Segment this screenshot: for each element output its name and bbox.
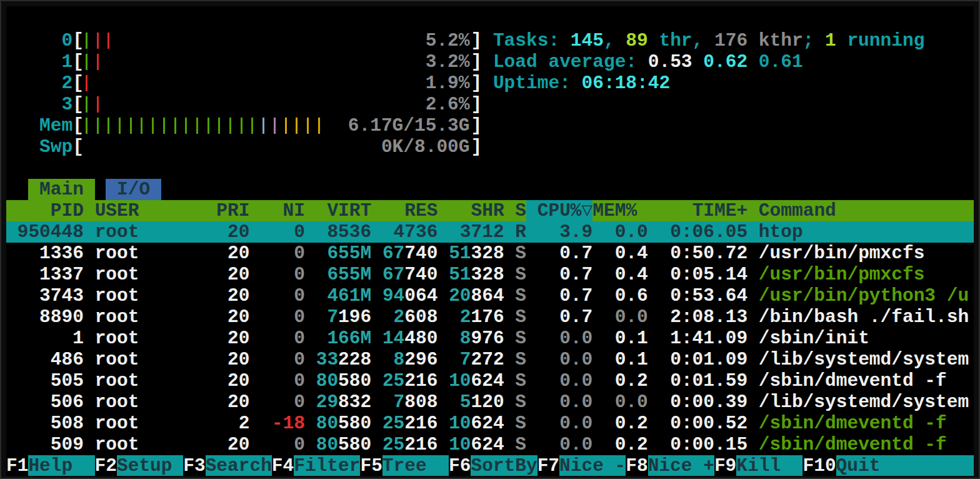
- table-header-row[interactable]: PID USER PRI NI VIRT RES SHR S CPU%▽MEM%…: [6, 200, 974, 221]
- load-average-part: 0.62: [703, 51, 759, 73]
- cell-time: 0:00.15: [648, 434, 748, 455]
- col-header-cpu-sorted[interactable]: CPU%▽: [526, 200, 592, 221]
- col-header-state[interactable]: S: [504, 200, 526, 221]
- cell-virt-pad: [305, 370, 316, 391]
- process-row-508[interactable]: 508 root 2 -18 80580 25216 10624 S 0.0 0…: [6, 413, 974, 434]
- fnkey-f3-button[interactable]: F3Search: [183, 455, 272, 476]
- process-row-3743[interactable]: 3743 root 20 0 461M 94064 20864 S 0.7 0.…: [6, 285, 974, 306]
- fnkey-f2-button[interactable]: F2Setup: [95, 455, 184, 476]
- fnkey-f1-button[interactable]: F1Help: [6, 455, 95, 476]
- cell-time: 0:00.52: [648, 413, 748, 434]
- process-row-486[interactable]: 486 root 20 0 33228 8296 7272 S 0.0 0.1 …: [6, 349, 974, 370]
- cell-mem: 0.1: [592, 349, 648, 370]
- cell-cpu: 0.7: [526, 306, 592, 328]
- mem-bar: 6.17G/15.3G: [84, 115, 471, 136]
- cell-shr: 51: [449, 264, 471, 285]
- cell-pri: 20: [206, 434, 250, 455]
- cell-shr: 51: [449, 243, 471, 264]
- mem-tick-green: [208, 118, 209, 134]
- cell-gap: [84, 349, 95, 370]
- tab-io[interactable]: I/O: [106, 179, 161, 200]
- header-gap: [84, 200, 95, 221]
- cell-shr: 5: [460, 391, 471, 413]
- meter-open-bracket: [: [72, 73, 84, 94]
- fnkey-f4-button[interactable]: F4Filter: [272, 455, 361, 476]
- fnkey-f6-button[interactable]: F6SortBy: [449, 455, 538, 476]
- cell-res: 67: [382, 264, 404, 285]
- process-row-505[interactable]: 505 root 20 0 80580 25216 10624 S 0.0 0.…: [6, 370, 974, 391]
- cell-cpu: 0.7: [526, 243, 592, 264]
- fnkey-f5-button[interactable]: F5Tree: [360, 455, 449, 476]
- cell-shr-pad: [438, 391, 459, 413]
- process-row-950448[interactable]: 950448 root 20 0 8536 4736 3712 R 3.9 0.…: [6, 221, 974, 243]
- mem-tick-yellow: [307, 118, 309, 134]
- cell-pri: 20: [206, 306, 250, 328]
- cell-command: htop: [748, 221, 803, 243]
- fnkey-f9-button[interactable]: F9Kill: [714, 455, 803, 476]
- process-row-8890[interactable]: 8890 root 20 0 7196 2608 2176 S 0.7 0.0 …: [6, 306, 974, 328]
- cell-shr-pad: [438, 413, 449, 434]
- process-row-506[interactable]: 506 root 20 0 29832 7808 5120 S 0.0 0.0 …: [6, 391, 974, 413]
- mem-tick-green: [196, 118, 198, 134]
- tasks-summary-part: ;: [803, 30, 825, 51]
- cpu-1-tick-green: [86, 54, 88, 70]
- fnkey-f7-button[interactable]: F7Nice -: [538, 455, 626, 476]
- col-header-shr[interactable]: SHR: [438, 200, 504, 221]
- cell-pid: 1: [6, 328, 84, 349]
- cell-shr-pad: [438, 243, 449, 264]
- mem-tick-green: [174, 118, 176, 134]
- fnkey-f10-button[interactable]: F10Quit: [802, 455, 974, 476]
- cell-virt: 228: [338, 349, 371, 370]
- mem-tick-green: [152, 118, 154, 134]
- process-row-1336[interactable]: 1336 root 20 0 655M 67740 51328 S 0.7 0.…: [6, 243, 974, 264]
- tab-main[interactable]: Main: [28, 179, 94, 200]
- cell-shr-pad: [438, 221, 459, 243]
- cell-cpu: 0.0: [526, 370, 592, 391]
- cell-shr-pad: [438, 434, 449, 455]
- cell-gap: [84, 221, 95, 243]
- col-header-res[interactable]: RES: [371, 200, 438, 221]
- load-average: Load average: 0.53 0.62 0.61: [493, 51, 924, 73]
- cell-virt: 832: [338, 391, 371, 413]
- cell-cpu: 0.0: [526, 391, 592, 413]
- fn-key-label: F3: [183, 455, 205, 476]
- process-row-1337[interactable]: 1337 root 20 0 655M 67740 51328 S 0.7 0.…: [6, 264, 974, 285]
- cell-virt: 580: [338, 413, 371, 434]
- cell-state: S: [504, 264, 526, 285]
- meter-open-bracket: [: [72, 136, 84, 158]
- cell-shr: 328: [471, 264, 504, 285]
- cell-user: root: [95, 306, 206, 328]
- cell-gap: [84, 434, 95, 455]
- col-header-virt[interactable]: VIRT: [305, 200, 371, 221]
- cell-pri: 20: [206, 264, 250, 285]
- fn-action-label: Nice -: [559, 455, 626, 476]
- cpu-1-label: 1: [6, 51, 72, 73]
- cell-virt-pad: [305, 328, 327, 349]
- cell-shr: 8: [460, 328, 471, 349]
- cell-virt: 80: [316, 413, 338, 434]
- cell-res: 7: [394, 391, 405, 413]
- process-row-1[interactable]: 1 root 20 0 166M 14480 8976 S 0.0 0.1 1:…: [6, 328, 974, 349]
- process-row-509[interactable]: 509 root 20 0 80580 25216 10624 S 0.0 0.…: [6, 434, 974, 455]
- cell-res-pad: [371, 285, 382, 306]
- col-header-user[interactable]: USER: [95, 200, 206, 221]
- cpu-3-value: 2.6%: [426, 94, 470, 115]
- fnkey-f8-button[interactable]: F8Nice +: [626, 455, 714, 476]
- cell-pri: 20: [206, 349, 250, 370]
- fn-action-label: Quit: [836, 455, 974, 476]
- cell-state: S: [504, 306, 526, 328]
- cell-pid: 505: [6, 370, 84, 391]
- fn-key-label: F10: [802, 455, 836, 476]
- col-header-ni[interactable]: NI: [249, 200, 305, 221]
- col-header-pri[interactable]: PRI: [206, 200, 250, 221]
- mem-tick-green: [86, 118, 88, 134]
- col-header-time[interactable]: TIME+: [648, 200, 748, 221]
- cell-virt: 80: [316, 434, 338, 455]
- col-header-pid[interactable]: PID: [6, 200, 84, 221]
- col-header-mem[interactable]: MEM%: [592, 200, 648, 221]
- col-header-command[interactable]: Command: [748, 200, 836, 221]
- cell-time: 0:05.14: [648, 264, 748, 285]
- cell-cpu: 0.0: [526, 434, 592, 455]
- mem-tick-green: [251, 118, 253, 134]
- cell-shr: 624: [471, 413, 504, 434]
